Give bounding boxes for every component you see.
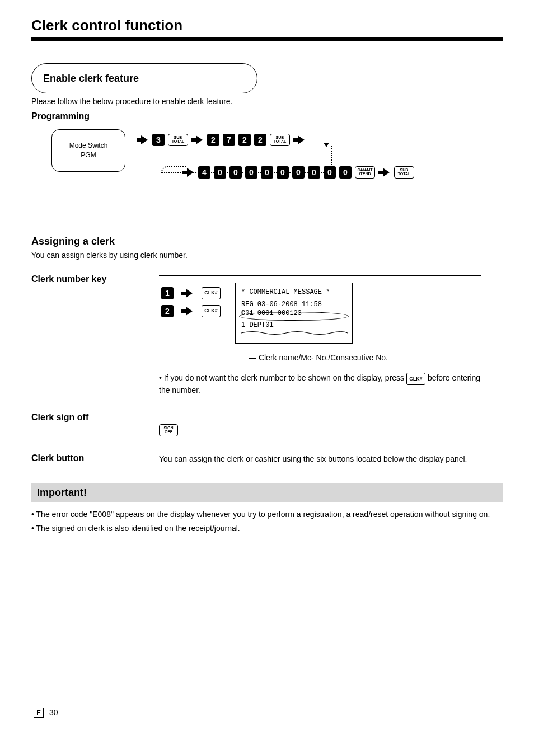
arrow-icon xyxy=(137,135,149,144)
divider xyxy=(159,414,481,414)
receipt-torn-edge-icon xyxy=(241,330,348,336)
numkey-0: 0 xyxy=(245,166,257,179)
numkey-3: 3 xyxy=(152,134,165,146)
numkey-7: 7 xyxy=(223,134,235,146)
pgmblock-line2: PGM xyxy=(81,151,96,160)
arrow-icon xyxy=(181,289,194,298)
arrow-icon xyxy=(191,135,204,144)
assign-block: 1 CLK# 2 CLK# * COMMERCIAL MESSAGE * REG… xyxy=(161,283,481,344)
sample-receipt: * COMMERCIAL MESSAGE * REG 03-06-2008 11… xyxy=(235,283,353,344)
clk-key: CLK# xyxy=(202,305,221,317)
subtotal-key: SUBTOTAL xyxy=(394,166,414,179)
arrow-icon xyxy=(181,307,194,316)
numkey-0: 0 xyxy=(214,166,226,179)
sign-off-key: SIGNOFF xyxy=(159,424,178,436)
mode-switch-block: Mode Switch PGM xyxy=(51,129,125,172)
programming-heading: Programming xyxy=(31,111,503,121)
numkey-0: 0 xyxy=(277,166,289,179)
numkey-2: 2 xyxy=(207,134,219,146)
important-line-2: • The signed on clerk is also identified… xyxy=(31,523,503,534)
numkey-0: 0 xyxy=(292,166,305,179)
clerk-signoff-heading: Clerk sign off xyxy=(31,412,159,436)
numkey-2: 2 xyxy=(161,305,174,317)
intro-paragraph: Please follow the below procedure to ena… xyxy=(31,97,503,106)
numkey-0: 0 xyxy=(324,166,336,179)
arrow-icon xyxy=(378,168,391,177)
programming-sequence: Mode Switch PGM 3 SUBTOTAL 2 7 2 2 SUBTO… xyxy=(31,129,503,213)
page-label-box: E xyxy=(34,708,44,718)
clk-key: CLK# xyxy=(406,373,425,385)
clk-key: CLK# xyxy=(202,287,221,299)
numkey-0: 0 xyxy=(308,166,320,179)
ca-amt-tend-key: CA/AMT/TEND xyxy=(355,166,375,179)
clerk-note: — Clerk name/Mc- No./Consecutive No. xyxy=(249,353,481,364)
receipt-line-4: 1 DEPT01 xyxy=(241,321,346,330)
bubble-title-text: Enable clerk feature xyxy=(43,73,139,84)
divider xyxy=(159,275,481,276)
receipt-highlight-oval xyxy=(239,312,349,321)
important-bar: Important! xyxy=(31,483,503,502)
sequence-row-1: 3 SUBTOTAL 2 7 2 2 SUBTOTAL xyxy=(137,134,306,146)
clerk-button-body: You can assign the clerk or cashier usin… xyxy=(159,453,481,464)
section-title: Clerk control function xyxy=(31,17,503,34)
numkey-2: 2 xyxy=(238,134,251,146)
sequence-row-2: 4 0 0 0 0 0 0 0 0 0 CA/AMT/TEND SUBTOTAL xyxy=(182,166,414,179)
clerk-number-key-heading: Clerk number key xyxy=(31,274,159,396)
no-display-note: • If you do not want the clerk number to… xyxy=(159,373,481,396)
pgmblock-line1: Mode Switch xyxy=(69,141,108,151)
page-number-value: 30 xyxy=(49,708,58,717)
assigning-clerk-text: You can assign clerks by using clerk num… xyxy=(31,251,503,260)
numkey-1: 1 xyxy=(161,287,174,299)
numkey-0: 0 xyxy=(339,166,352,179)
assign-row-2: 2 CLK# xyxy=(161,305,221,317)
arrow-icon xyxy=(182,168,195,177)
subtotal-key: SUBTOTAL xyxy=(168,134,188,146)
assign-row-1: 1 CLK# xyxy=(161,287,221,299)
numkey-2: 2 xyxy=(254,134,266,146)
clerk-button-heading: Clerk button xyxy=(31,453,159,464)
receipt-line-2: REG 03-06-2008 11:58 xyxy=(241,300,346,309)
numkey-0: 0 xyxy=(261,166,273,179)
bubble-enable-clerk: Enable clerk feature xyxy=(31,63,257,93)
numkey-4: 4 xyxy=(198,166,210,179)
assigning-clerk-heading: Assigning a clerk xyxy=(31,236,503,247)
dotted-arrowhead-icon xyxy=(324,143,329,147)
arrow-icon xyxy=(293,135,306,144)
important-line-1: • The error code "E008" appears on the d… xyxy=(31,509,503,520)
section-rule xyxy=(31,37,503,41)
page-number: E 30 xyxy=(34,708,58,717)
numkey-0: 0 xyxy=(229,166,242,179)
receipt-line-1: * COMMERCIAL MESSAGE * xyxy=(241,288,346,297)
subtotal-key: SUBTOTAL xyxy=(270,134,290,146)
